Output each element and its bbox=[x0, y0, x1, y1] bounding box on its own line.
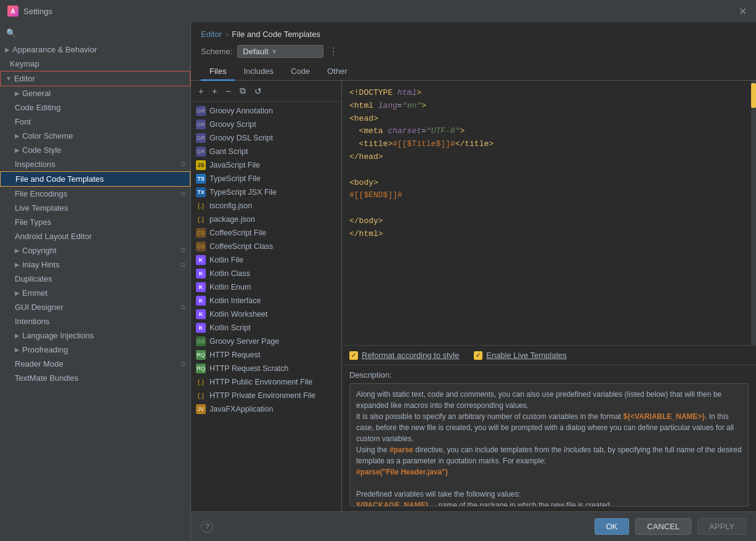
sidebar-item-inlay-hints[interactable]: ▶ Inlay Hints ⧉ bbox=[0, 258, 190, 272]
breadcrumb-current: File and Code Templates bbox=[232, 30, 320, 39]
copy-template-button[interactable]: ⧉ bbox=[237, 84, 248, 97]
file-item[interactable]: K Kotlin File bbox=[191, 253, 341, 267]
sidebar-item-textmate[interactable]: TextMate Bundles bbox=[0, 371, 190, 385]
file-item[interactable]: {.} package.json bbox=[191, 213, 341, 226]
copy-icon-copyright: ⧉ bbox=[181, 246, 185, 254]
sidebar-item-duplicates[interactable]: Duplicates bbox=[0, 272, 190, 286]
file-item[interactable]: RQ HTTP Request Scratch bbox=[191, 362, 341, 375]
tab-other[interactable]: Other bbox=[319, 63, 356, 81]
tab-files[interactable]: Files bbox=[201, 63, 235, 81]
expand-arrow-appearance: ▶ bbox=[5, 46, 10, 53]
file-item[interactable]: {.} HTTP Public Environment File bbox=[191, 375, 341, 389]
code-line-meta: <meta charset="UTF-8"> bbox=[349, 125, 744, 138]
sidebar-item-emmet[interactable]: ▶ Emmet bbox=[0, 286, 190, 300]
apply-button[interactable]: APPLY bbox=[697, 518, 746, 535]
file-name: Groovy Server Page bbox=[209, 337, 279, 346]
ok-button[interactable]: OK bbox=[595, 518, 630, 535]
sidebar-label-code-editing: Code Editing bbox=[15, 103, 60, 112]
file-icon-http-public: {.} bbox=[196, 377, 206, 387]
file-item[interactable]: K Kotlin Worksheet bbox=[191, 307, 341, 321]
add-button[interactable]: + bbox=[196, 85, 206, 97]
file-item[interactable]: K Kotlin Class bbox=[191, 267, 341, 280]
scheme-dropdown[interactable]: Default ▾ bbox=[237, 45, 323, 58]
help-button[interactable]: ? bbox=[201, 521, 213, 533]
close-button[interactable]: ✕ bbox=[736, 5, 749, 17]
sidebar-item-color-scheme[interactable]: ▶ Color Scheme bbox=[0, 129, 190, 143]
file-item[interactable]: GR Groovy DSL Script bbox=[191, 131, 341, 145]
file-name: Groovy Script bbox=[209, 120, 256, 129]
file-item[interactable]: GR Groovy Script bbox=[191, 118, 341, 131]
sidebar-item-file-types[interactable]: File Types bbox=[0, 215, 190, 229]
sidebar-label-reader-mode: Reader Mode bbox=[15, 359, 63, 368]
tab-code[interactable]: Code bbox=[282, 63, 319, 81]
sidebar-item-file-encodings[interactable]: File Encodings ⧉ bbox=[0, 187, 190, 201]
sidebar-item-general[interactable]: ▶ General bbox=[0, 86, 190, 100]
file-item[interactable]: GR Gant Script bbox=[191, 145, 341, 158]
file-item[interactable]: K Kotlin Enum bbox=[191, 280, 341, 294]
sidebar-item-file-code-templates[interactable]: File and Code Templates bbox=[0, 171, 190, 187]
arrow-copyright: ▶ bbox=[15, 247, 20, 254]
sidebar-item-android-layout[interactable]: Android Layout Editor bbox=[0, 229, 190, 243]
sidebar-label-general: General bbox=[22, 89, 51, 98]
sidebar-item-language-injections[interactable]: ▶ Language Injections bbox=[0, 328, 190, 343]
reset-button[interactable]: ↺ bbox=[252, 85, 264, 97]
code-editor[interactable]: <!DOCTYPE html> <html lang="en"> <head> … bbox=[342, 81, 751, 345]
add-alt-button[interactable]: + bbox=[209, 85, 219, 97]
file-icon-kotlin-enum: K bbox=[196, 282, 206, 292]
file-item[interactable]: GR Groovy Annotation bbox=[191, 104, 341, 118]
file-name: Gant Script bbox=[209, 147, 248, 156]
description-label: Description: bbox=[349, 370, 749, 380]
file-item[interactable]: TS TypeScript File bbox=[191, 172, 341, 185]
sidebar-item-editor[interactable]: ▼ Editor bbox=[0, 71, 190, 86]
file-item[interactable]: K Kotlin Script bbox=[191, 321, 341, 335]
code-line-html-close: </html> bbox=[349, 228, 744, 241]
sidebar-item-font[interactable]: Font bbox=[0, 115, 190, 129]
file-item[interactable]: TX TypeScript JSX File bbox=[191, 185, 341, 199]
sidebar-item-appearance[interactable]: ▶ Appearance & Behavior bbox=[0, 43, 190, 57]
scheme-menu-icon[interactable]: ⋮ bbox=[328, 46, 338, 57]
sidebar-item-keymap[interactable]: Keymap bbox=[0, 57, 190, 71]
file-name: TypeScript JSX File bbox=[209, 188, 277, 197]
sidebar-item-inspections[interactable]: Inspections ⧉ bbox=[0, 157, 190, 171]
scrollbar-thumb bbox=[751, 83, 756, 108]
sidebar-label-textmate: TextMate Bundles bbox=[15, 373, 78, 383]
file-name: CoffeeScript Class bbox=[209, 242, 273, 251]
sidebar-item-copyright[interactable]: ▶ Copyright ⧉ bbox=[0, 243, 190, 258]
sidebar-item-intentions[interactable]: Intentions bbox=[0, 314, 190, 328]
file-item[interactable]: RQ HTTP Request bbox=[191, 348, 341, 362]
file-item[interactable]: CS CoffeeScript Class bbox=[191, 240, 341, 253]
breadcrumb-editor: Editor bbox=[201, 30, 222, 39]
live-templates-label[interactable]: Enable Live Templates bbox=[486, 351, 567, 360]
live-templates-checkbox[interactable]: ✓ Enable Live Templates bbox=[474, 351, 567, 360]
file-item[interactable]: {.} HTTP Private Environment File bbox=[191, 389, 341, 402]
file-icon-javafx: JV bbox=[196, 404, 206, 414]
file-item[interactable]: JS JavaScript File bbox=[191, 158, 341, 172]
file-item[interactable]: GS Groovy Server Page bbox=[191, 335, 341, 348]
file-icon-http-request: RQ bbox=[196, 350, 206, 360]
sidebar-label-code-style: Code Style bbox=[22, 145, 62, 155]
sidebar-item-code-editing[interactable]: Code Editing bbox=[0, 100, 190, 115]
file-icon-kotlin-file: K bbox=[196, 255, 206, 265]
arrow-proofreading: ▶ bbox=[15, 346, 20, 353]
remove-button[interactable]: − bbox=[223, 85, 233, 97]
file-item[interactable]: K Kotlin Interface bbox=[191, 294, 341, 307]
sidebar-item-proofreading[interactable]: ▶ Proofreading bbox=[0, 343, 190, 357]
file-icon-groovy-server: GS bbox=[196, 336, 206, 346]
tabs-row: Files Includes Code Other bbox=[191, 63, 756, 81]
tab-includes[interactable]: Includes bbox=[235, 63, 282, 81]
reformat-checkbox[interactable]: ✓ Reformat according to style bbox=[349, 351, 459, 360]
sidebar-item-live-templates[interactable]: Live Templates bbox=[0, 201, 190, 215]
sidebar-item-gui-designer[interactable]: GUI Designer ⧉ bbox=[0, 300, 190, 314]
file-item[interactable]: {.} tsconfig.json bbox=[191, 199, 341, 213]
sidebar-item-reader-mode[interactable]: Reader Mode ⧉ bbox=[0, 357, 190, 371]
copy-icon-gui-designer: ⧉ bbox=[181, 303, 185, 311]
description-box: Along with static text, code and comment… bbox=[349, 383, 749, 506]
sidebar-label-file-types: File Types bbox=[15, 218, 51, 227]
file-item[interactable]: JV JavaFXApplication bbox=[191, 402, 341, 416]
editor-scrollbar[interactable] bbox=[751, 81, 756, 345]
cancel-button[interactable]: CANCEL bbox=[635, 518, 691, 535]
arrow-general: ▶ bbox=[15, 90, 20, 97]
reformat-label[interactable]: Reformat according to style bbox=[362, 351, 459, 360]
sidebar-item-code-style[interactable]: ▶ Code Style bbox=[0, 143, 190, 157]
file-item[interactable]: CS CoffeeScript File bbox=[191, 226, 341, 240]
